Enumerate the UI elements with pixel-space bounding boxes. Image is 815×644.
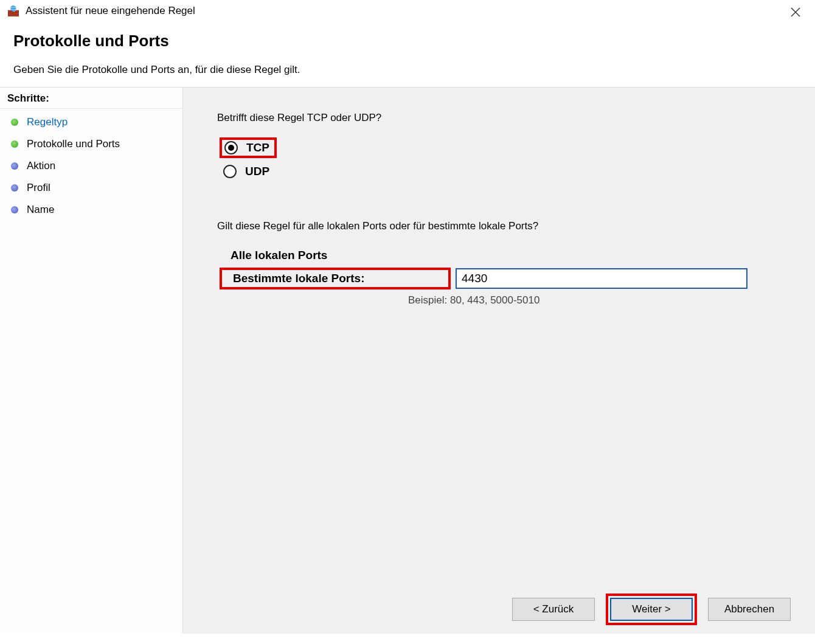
specific-ports-row: Bestimmte lokale Ports: xyxy=(220,268,781,289)
wizard-body: Schritte: Regeltyp Protokolle und Ports … xyxy=(0,87,815,634)
cancel-button[interactable]: Abbrechen xyxy=(708,598,791,621)
back-button[interactable]: < Zurück xyxy=(512,598,595,621)
highlight-specific-ports: Bestimmte lokale Ports: xyxy=(220,268,451,289)
highlight-next: Weiter > xyxy=(606,594,697,625)
radio-label: TCP xyxy=(246,141,269,154)
titlebar: Assistent für neue eingehende Regel xyxy=(0,0,815,21)
radio-tcp[interactable]: TCP xyxy=(224,141,269,154)
page-header: Protokolle und Ports Geben Sie die Proto… xyxy=(0,21,815,87)
bullet-icon xyxy=(11,162,18,170)
protocol-radio-group: TCP UDP xyxy=(220,137,781,181)
radio-specific-ports[interactable]: Bestimmte lokale Ports: xyxy=(224,272,364,285)
step-name[interactable]: Name xyxy=(0,199,182,221)
bullet-icon xyxy=(11,184,18,192)
radio-icon xyxy=(223,165,237,178)
port-radio-group: Alle lokalen Ports Bestimmte lokale Port… xyxy=(220,246,781,306)
step-label: Protokolle und Ports xyxy=(27,138,120,150)
sidebar-title: Schritte: xyxy=(0,92,182,109)
step-profil[interactable]: Profil xyxy=(0,177,182,199)
specific-ports-input[interactable] xyxy=(456,268,747,289)
bullet-icon xyxy=(11,206,18,213)
step-regeltyp[interactable]: Regeltyp xyxy=(0,111,182,133)
bullet-icon xyxy=(11,140,18,148)
radio-label: UDP xyxy=(245,165,269,178)
radio-label: Alle lokalen Ports xyxy=(231,249,327,262)
ports-example: Beispiel: 80, 443, 5000-5010 xyxy=(408,294,781,306)
ports-question: Gilt diese Regel für alle lokalen Ports … xyxy=(217,220,781,232)
protocol-question: Betrifft diese Regel TCP oder UDP? xyxy=(217,112,781,124)
radio-all-ports[interactable]: Alle lokalen Ports xyxy=(220,246,781,265)
radio-udp[interactable]: UDP xyxy=(220,162,781,181)
close-button[interactable] xyxy=(787,4,804,21)
bullet-icon xyxy=(11,119,18,126)
step-aktion[interactable]: Aktion xyxy=(0,155,182,177)
step-protokolle-und-ports[interactable]: Protokolle und Ports xyxy=(0,133,182,155)
steps-sidebar: Schritte: Regeltyp Protokolle und Ports … xyxy=(0,88,182,634)
step-label: Aktion xyxy=(27,160,55,172)
button-label: Abbrechen xyxy=(724,603,774,615)
button-label: Weiter > xyxy=(632,603,670,615)
main-panel: Betrifft diese Regel TCP oder UDP? TCP U… xyxy=(182,88,815,634)
wizard-buttons: < Zurück Weiter > Abbrechen xyxy=(512,594,791,625)
firewall-icon xyxy=(7,5,19,17)
step-label: Name xyxy=(27,204,54,216)
step-label: Profil xyxy=(27,182,50,194)
highlight-tcp: TCP xyxy=(220,137,277,158)
page-subtitle: Geben Sie die Protokolle und Ports an, f… xyxy=(13,64,809,76)
window-title: Assistent für neue eingehende Regel xyxy=(26,5,195,17)
radio-label: Bestimmte lokale Ports: xyxy=(233,272,364,285)
button-label: < Zurück xyxy=(533,603,574,615)
next-button[interactable]: Weiter > xyxy=(610,598,693,621)
page-title: Protokolle und Ports xyxy=(13,32,809,50)
radio-icon xyxy=(224,141,238,154)
close-icon xyxy=(791,7,800,17)
step-label: Regeltyp xyxy=(27,116,68,128)
